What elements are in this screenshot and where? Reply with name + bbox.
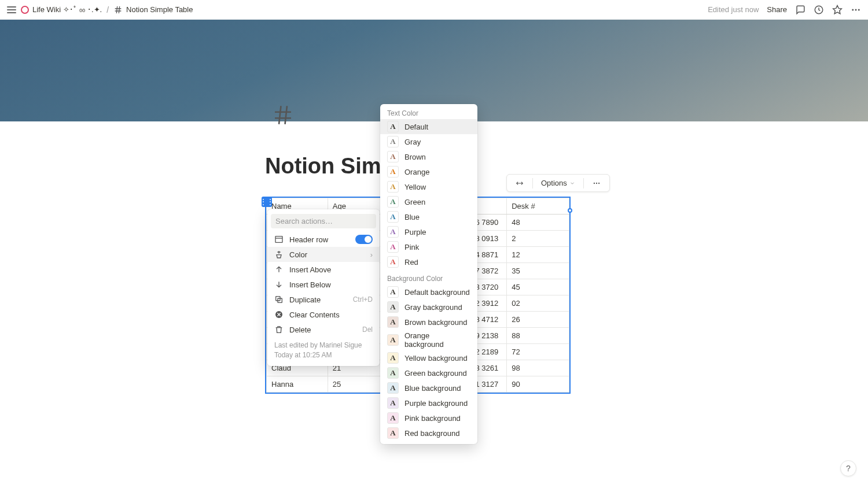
color-name: Gray <box>404 138 421 146</box>
menu-color[interactable]: Color › <box>267 247 380 262</box>
clear-icon <box>274 310 284 319</box>
color-name: Brown <box>404 153 426 161</box>
menu-insert-above[interactable]: Insert Above <box>267 262 380 277</box>
breadcrumb-root-label: Life Wiki ✧･ﾟ ₀₀ ･.✦. <box>32 5 102 14</box>
edited-status: Edited just now <box>708 5 759 14</box>
bg-color-option[interactable]: ABrown background <box>380 315 477 330</box>
bg-color-option[interactable]: ADefault background <box>380 284 477 300</box>
shortcut-hint: Del <box>362 326 373 334</box>
menu-insert-below[interactable]: Insert Below <box>267 277 380 292</box>
text-color-option[interactable]: ADefault <box>380 119 477 134</box>
text-color-option[interactable]: AGreen <box>380 194 477 209</box>
table-cell[interactable]: 02 <box>507 295 569 312</box>
color-swatch-icon: A <box>387 427 399 439</box>
bg-color-option[interactable]: ABlue background <box>380 380 477 395</box>
menu-header-row[interactable]: Header row <box>267 232 380 247</box>
breadcrumb-sep: / <box>106 5 109 14</box>
color-name: Red background <box>404 429 459 438</box>
bg-color-option[interactable]: APurple background <box>380 395 477 411</box>
text-color-option[interactable]: AYellow <box>380 179 477 194</box>
table-cell[interactable]: 12 <box>507 247 569 263</box>
menu-label: Insert Above <box>289 265 331 274</box>
table-cell[interactable]: 2 <box>507 231 569 247</box>
page-icon-hash[interactable] <box>271 103 295 127</box>
breadcrumb-root[interactable]: Life Wiki ✧･ﾟ ₀₀ ･.✦. <box>21 5 102 14</box>
table-cell[interactable]: 35 <box>507 263 569 279</box>
color-name: Blue <box>404 213 420 221</box>
svg-point-3 <box>855 9 857 10</box>
menu-label: Clear Contents <box>289 310 340 319</box>
color-name: Green background <box>404 369 467 378</box>
paint-icon <box>274 250 284 259</box>
color-swatch-icon: A <box>387 367 399 379</box>
color-swatch-icon: A <box>387 412 399 424</box>
favorite-icon[interactable] <box>832 5 843 15</box>
text-color-option[interactable]: AGray <box>380 134 477 149</box>
table-more-button[interactable] <box>587 178 606 189</box>
text-color-option[interactable]: ABlue <box>380 209 477 224</box>
color-swatch-icon: A <box>387 121 399 132</box>
color-name: Blue background <box>404 384 461 393</box>
table-cell[interactable]: 90 <box>507 376 569 393</box>
text-color-option[interactable]: APurple <box>380 224 477 239</box>
arrow-up-icon <box>274 265 284 274</box>
row-context-menu: Search actions… Header row Color › Inser… <box>267 209 380 366</box>
fit-width-button[interactable] <box>510 178 529 189</box>
color-swatch-icon: A <box>387 151 399 162</box>
color-swatch-icon: A <box>387 301 399 313</box>
options-button[interactable]: Options <box>536 177 580 189</box>
table-cell[interactable]: 72 <box>507 344 569 360</box>
table-cell[interactable]: 88 <box>507 328 569 344</box>
bg-color-option[interactable]: ARed background <box>380 426 477 441</box>
color-swatch-icon: A <box>387 241 399 253</box>
color-swatch-icon: A <box>387 286 399 298</box>
color-name: Purple background <box>404 399 468 408</box>
bg-color-option[interactable]: APink background <box>380 411 477 426</box>
menu-delete[interactable]: Delete Del <box>267 322 380 337</box>
color-name: Brown background <box>404 318 467 327</box>
svg-point-5 <box>594 182 595 183</box>
color-swatch-icon: A <box>387 181 399 193</box>
more-icon[interactable] <box>851 5 861 15</box>
menu-clear-contents[interactable]: Clear Contents <box>267 307 380 322</box>
text-color-option[interactable]: APink <box>380 239 477 254</box>
bg-color-option[interactable]: AGreen background <box>380 365 477 380</box>
table-cell[interactable]: 48 <box>507 215 569 231</box>
text-color-option[interactable]: AOrange <box>380 164 477 179</box>
color-swatch-icon: A <box>387 334 399 346</box>
comments-icon[interactable] <box>795 5 806 15</box>
bg-color-option[interactable]: AOrange background <box>380 330 477 350</box>
help-button[interactable]: ? <box>840 460 856 476</box>
color-swatch-icon: A <box>387 382 399 394</box>
arrow-down-icon <box>274 280 284 289</box>
color-submenu: Text Color ADefaultAGrayABrownAOrangeAYe… <box>380 104 477 444</box>
updates-icon[interactable] <box>814 5 824 15</box>
table-cell[interactable]: 26 <box>507 312 569 328</box>
share-button[interactable]: Share <box>767 5 787 14</box>
color-name: Purple <box>404 228 426 236</box>
hash-icon <box>113 5 123 14</box>
text-color-option[interactable]: ABrown <box>380 149 477 164</box>
color-swatch-icon: A <box>387 166 399 178</box>
search-actions-input[interactable]: Search actions… <box>271 214 376 228</box>
col-desk[interactable]: Desk # <box>507 198 569 215</box>
life-wiki-icon <box>21 6 29 14</box>
color-swatch-icon: A <box>387 226 399 238</box>
color-name: Orange <box>404 168 429 176</box>
bg-color-option[interactable]: AYellow background <box>380 350 477 365</box>
svg-marker-1 <box>833 5 842 13</box>
table-cell[interactable]: 25 <box>328 376 388 393</box>
menu-duplicate[interactable]: Duplicate Ctrl+D <box>267 292 380 307</box>
row-drag-handle[interactable]: ⋮⋮ <box>262 197 272 207</box>
table-resize-handle[interactable] <box>568 208 572 213</box>
breadcrumb-page[interactable]: Notion Simple Table <box>113 5 193 14</box>
table-cell[interactable]: Hanna <box>267 376 328 393</box>
table-cell[interactable]: 98 <box>507 360 569 376</box>
bg-color-option[interactable]: AGray background <box>380 300 477 315</box>
menu-label: Delete <box>289 326 311 334</box>
table-cell[interactable]: 45 <box>507 279 569 295</box>
text-color-option[interactable]: ARed <box>380 254 477 269</box>
header-row-toggle[interactable] <box>355 235 373 244</box>
shortcut-hint: Ctrl+D <box>353 295 373 304</box>
sidebar-toggle-icon[interactable] <box>7 6 16 14</box>
